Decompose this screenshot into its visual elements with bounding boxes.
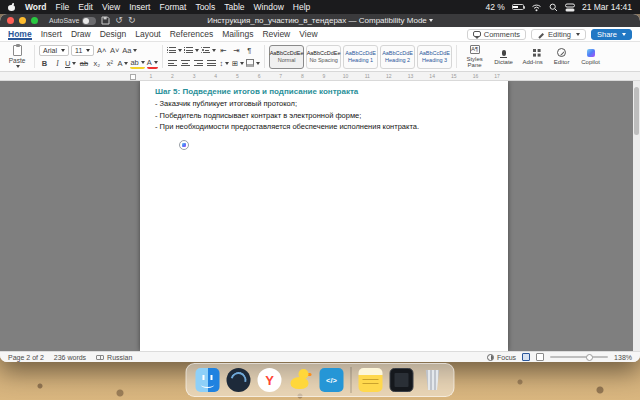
language-control[interactable]: Russian: [96, 354, 132, 361]
numbering-button[interactable]: [184, 45, 199, 56]
editor-button[interactable]: Editor: [549, 48, 574, 66]
menu-edit[interactable]: Edit: [78, 2, 93, 12]
apple-menu-icon[interactable]: [8, 3, 16, 11]
tab-stop-selector[interactable]: [130, 74, 136, 80]
font-color-button[interactable]: A: [147, 58, 158, 69]
search-icon[interactable]: [549, 3, 558, 12]
multilevel-list-button[interactable]: [201, 45, 216, 56]
document-line[interactable]: - Заказчик публикует итоговый протокол;: [155, 100, 496, 108]
borders-button[interactable]: ⊞: [232, 58, 244, 69]
font-size-combo[interactable]: 11: [71, 45, 94, 56]
underline-button[interactable]: U: [65, 58, 76, 69]
style-normal[interactable]: AaBbCcDdEeNormal: [269, 45, 304, 69]
trash-dock-icon[interactable]: [425, 370, 441, 390]
menu-help[interactable]: Help: [293, 2, 310, 12]
focus-mode-button[interactable]: Focus: [487, 354, 516, 361]
align-right-button[interactable]: [193, 58, 204, 69]
subscript-button[interactable]: x₂: [91, 58, 102, 69]
justify-button[interactable]: [206, 58, 217, 69]
editing-mode-button[interactable]: Editing: [531, 29, 586, 40]
style-heading-1[interactable]: AaBbCcDdEHeading 1: [343, 45, 378, 69]
menu-word[interactable]: Word: [25, 2, 47, 12]
copilot-button[interactable]: Copilot: [578, 48, 603, 66]
strikethrough-button[interactable]: ab: [78, 58, 89, 69]
share-button[interactable]: Share: [591, 29, 632, 40]
document-heading[interactable]: Шаг 5: Подведение итогов и подписание ко…: [155, 87, 496, 96]
style-heading-3[interactable]: AaBbCcDdEHeading 3: [417, 45, 452, 69]
web-layout-view-button[interactable]: [536, 353, 544, 361]
add-ins-button[interactable]: Add-ins: [520, 48, 545, 66]
word-count[interactable]: 236 words: [54, 354, 86, 361]
tab-insert[interactable]: Insert: [41, 29, 62, 39]
italic-button[interactable]: I: [52, 58, 63, 69]
vertical-scrollbar[interactable]: [633, 81, 640, 351]
menu-view[interactable]: View: [102, 2, 120, 12]
zoom-button[interactable]: [31, 17, 38, 24]
style-no-spacing[interactable]: AaBbCcDdEeNo Spacing: [306, 45, 341, 69]
duck-app-dock-icon[interactable]: [289, 368, 313, 392]
wifi-icon[interactable]: [531, 3, 542, 12]
tab-view[interactable]: View: [299, 29, 317, 39]
superscript-button[interactable]: x²: [104, 58, 115, 69]
bullets-button[interactable]: [167, 45, 182, 56]
yandex-browser-dock-icon[interactable]: Y: [258, 368, 282, 392]
menu-tools[interactable]: Tools: [195, 2, 215, 12]
menu-clock[interactable]: 21 Mar 14:41: [582, 2, 632, 12]
print-layout-view-button[interactable]: [522, 353, 530, 361]
undo-icon[interactable]: ↺: [115, 16, 123, 25]
inline-copilot-icon[interactable]: [179, 140, 189, 150]
paste-button[interactable]: Paste: [4, 43, 30, 70]
tab-design[interactable]: Design: [100, 29, 126, 39]
tab-layout[interactable]: Layout: [135, 29, 161, 39]
menu-window[interactable]: Window: [254, 2, 284, 12]
bold-button[interactable]: B: [39, 58, 50, 69]
control-center-icon[interactable]: [565, 3, 575, 12]
finder-dock-icon[interactable]: [196, 368, 220, 392]
autosave-toggle[interactable]: [82, 17, 96, 25]
redo-icon[interactable]: ↻: [128, 16, 136, 25]
vscode-dock-icon[interactable]: </>: [320, 368, 344, 392]
comments-button[interactable]: Comments: [467, 29, 526, 40]
screenshot-preview-dock-icon[interactable]: [390, 368, 414, 392]
tab-review[interactable]: Review: [262, 29, 290, 39]
tab-references[interactable]: References: [170, 29, 213, 39]
menu-insert[interactable]: Insert: [129, 2, 150, 12]
style-heading-2[interactable]: AaBbCcDdEHeading 2: [380, 45, 415, 69]
page-indicator[interactable]: Page 2 of 2: [8, 354, 44, 361]
zoom-level[interactable]: 138%: [614, 354, 632, 361]
tab-mailings[interactable]: Mailings: [222, 29, 253, 39]
dark-browser-dock-icon[interactable]: [227, 368, 251, 392]
shrink-font-button[interactable]: A˅: [109, 45, 120, 56]
autosave-control[interactable]: AutoSave: [49, 17, 96, 25]
minimize-button[interactable]: [19, 17, 26, 24]
align-left-button[interactable]: [167, 58, 178, 69]
tab-home[interactable]: Home: [8, 29, 32, 40]
menu-table[interactable]: Table: [224, 2, 244, 12]
styles-pane-button[interactable]: A¶ Styles Pane: [462, 44, 487, 68]
document-line[interactable]: - Победитель подписывает контракт в элек…: [155, 112, 496, 120]
document-page[interactable]: Шаг 5: Подведение итогов и подписание ко…: [140, 81, 508, 351]
tab-draw[interactable]: Draw: [71, 29, 91, 39]
zoom-slider[interactable]: [550, 356, 608, 358]
increase-indent-button[interactable]: ⇥: [231, 45, 242, 56]
zoom-slider-thumb[interactable]: [586, 354, 593, 361]
decrease-indent-button[interactable]: ⇤: [218, 45, 229, 56]
close-button[interactable]: [7, 17, 14, 24]
highlight-color-button[interactable]: ab: [130, 58, 144, 69]
line-spacing-button[interactable]: ↕: [219, 58, 230, 69]
notes-dock-icon[interactable]: [359, 368, 383, 392]
change-case-button[interactable]: Aa: [122, 45, 137, 56]
shading-button[interactable]: [246, 58, 260, 69]
document-line[interactable]: - При необходимости предоставляется обес…: [155, 123, 496, 131]
text-effects-button[interactable]: A: [117, 58, 128, 69]
horizontal-ruler[interactable]: 1234567891011121314151617: [0, 72, 640, 81]
show-paragraph-marks-button[interactable]: ¶: [244, 45, 255, 56]
title-chevron-icon[interactable]: [429, 19, 433, 22]
menu-format[interactable]: Format: [159, 2, 186, 12]
scrollbar-thumb[interactable]: [634, 87, 639, 135]
save-icon[interactable]: [101, 16, 110, 25]
dictate-button[interactable]: Dictate: [491, 48, 516, 66]
menu-file[interactable]: File: [56, 2, 70, 12]
grow-font-button[interactable]: A˄: [96, 45, 107, 56]
align-center-button[interactable]: [180, 58, 191, 69]
